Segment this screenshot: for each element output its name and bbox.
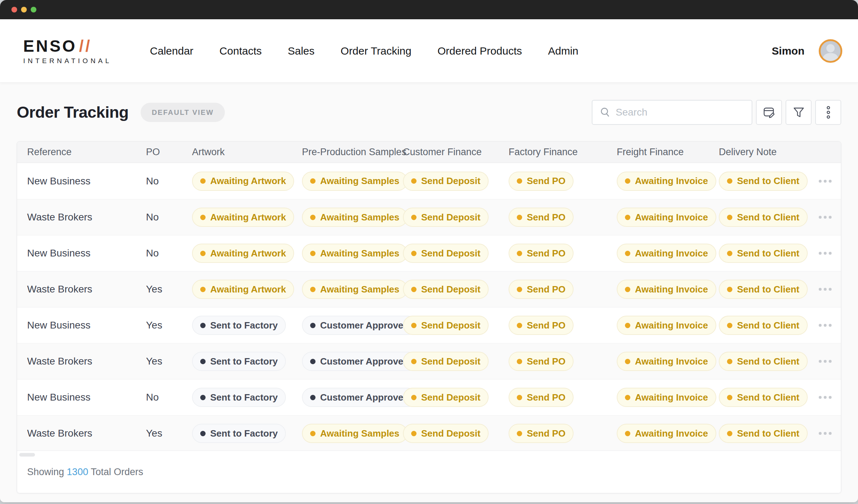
status-badge[interactable]: Customer Approved bbox=[302, 388, 417, 407]
user-name[interactable]: Simon bbox=[772, 45, 804, 57]
nav-item-contacts[interactable]: Contacts bbox=[219, 45, 262, 57]
status-badge[interactable]: Awaiting Invoice bbox=[617, 388, 716, 407]
status-badge[interactable]: Send PO bbox=[509, 280, 574, 299]
status-dot-icon bbox=[625, 359, 630, 364]
status-badge[interactable]: Awaiting Invoice bbox=[617, 208, 716, 227]
zoom-button[interactable] bbox=[31, 7, 36, 12]
status-badge[interactable]: Awaiting Artwork bbox=[192, 280, 294, 299]
status-badge[interactable]: Awaiting Samples bbox=[302, 172, 408, 191]
status-badge[interactable]: Awaiting Samples bbox=[302, 244, 408, 263]
search-input[interactable] bbox=[616, 107, 745, 118]
status-dot-icon bbox=[411, 287, 417, 292]
status-dot-icon bbox=[411, 395, 417, 400]
nav-item-sales[interactable]: Sales bbox=[288, 45, 314, 57]
edit-view-button[interactable] bbox=[756, 100, 782, 125]
row-menu-icon[interactable] bbox=[817, 356, 834, 366]
status-badge[interactable]: Sent to Factory bbox=[192, 352, 286, 371]
status-badge[interactable]: Awaiting Invoice bbox=[617, 280, 716, 299]
po-cell: Yes bbox=[146, 284, 192, 295]
view-selector-badge[interactable]: DEFAULT VIEW bbox=[141, 103, 225, 122]
row-menu-icon[interactable] bbox=[817, 428, 834, 438]
status-badge[interactable]: Send to Client bbox=[719, 244, 808, 263]
status-badge[interactable]: Customer Approved bbox=[302, 316, 417, 335]
status-dot-icon bbox=[625, 178, 630, 184]
status-badge[interactable]: Send to Client bbox=[719, 424, 808, 443]
status-badge[interactable]: Send to Client bbox=[719, 172, 808, 191]
status-badge[interactable]: Send PO bbox=[509, 388, 574, 407]
close-button[interactable] bbox=[11, 7, 17, 12]
status-badge[interactable]: Awaiting Invoice bbox=[617, 244, 716, 263]
status-dot-icon bbox=[200, 287, 206, 292]
status-label: Send to Client bbox=[737, 175, 799, 187]
nav-item-order-tracking[interactable]: Order Tracking bbox=[340, 45, 411, 57]
nav-item-ordered-products[interactable]: Ordered Products bbox=[438, 45, 522, 57]
status-badge[interactable]: Send Deposit bbox=[403, 316, 489, 335]
status-badge[interactable]: Awaiting Invoice bbox=[617, 172, 716, 191]
status-dot-icon bbox=[411, 359, 417, 364]
status-badge[interactable]: Send Deposit bbox=[403, 352, 489, 371]
user-avatar[interactable] bbox=[819, 39, 842, 63]
status-badge[interactable]: Awaiting Artwork bbox=[192, 172, 294, 191]
status-label: Awaiting Samples bbox=[320, 284, 399, 295]
status-label: Send to Client bbox=[737, 356, 799, 367]
nav-item-admin[interactable]: Admin bbox=[548, 45, 578, 57]
status-badge[interactable]: Send to Client bbox=[719, 316, 808, 335]
status-dot-icon bbox=[517, 395, 522, 400]
row-menu-icon[interactable] bbox=[817, 320, 834, 330]
status-dot-icon bbox=[200, 359, 206, 364]
more-options-button[interactable] bbox=[815, 100, 841, 125]
row-actions-cell bbox=[804, 392, 834, 402]
status-badge[interactable]: Send to Client bbox=[719, 208, 808, 227]
horizontal-scrollbar-thumb[interactable] bbox=[19, 453, 35, 457]
status-cell: Send to Client bbox=[719, 388, 804, 407]
status-badge[interactable]: Send PO bbox=[509, 424, 574, 443]
row-menu-icon[interactable] bbox=[817, 392, 834, 402]
user-area: Simon bbox=[772, 39, 842, 63]
status-badge[interactable]: Sent to Factory bbox=[192, 316, 286, 335]
status-badge[interactable]: Send Deposit bbox=[403, 424, 489, 443]
row-menu-icon[interactable] bbox=[817, 284, 834, 294]
status-dot-icon bbox=[200, 323, 206, 328]
status-badge[interactable]: Send PO bbox=[509, 208, 574, 227]
status-badge[interactable]: Send PO bbox=[509, 352, 574, 371]
row-menu-icon[interactable] bbox=[817, 212, 834, 222]
row-actions-cell bbox=[804, 356, 834, 366]
status-badge[interactable]: Sent to Factory bbox=[192, 388, 286, 407]
status-cell: Awaiting Samples bbox=[302, 172, 403, 191]
status-badge[interactable]: Awaiting Artwork bbox=[192, 244, 294, 263]
row-menu-icon[interactable] bbox=[817, 248, 834, 258]
status-badge[interactable]: Awaiting Samples bbox=[302, 280, 408, 299]
status-badge[interactable]: Awaiting Samples bbox=[302, 424, 408, 443]
status-badge[interactable]: Awaiting Invoice bbox=[617, 316, 716, 335]
status-badge[interactable]: Send to Client bbox=[719, 280, 808, 299]
status-badge[interactable]: Sent to Factory bbox=[192, 424, 286, 443]
status-badge[interactable]: Send Deposit bbox=[403, 208, 489, 227]
status-badge[interactable]: Awaiting Samples bbox=[302, 208, 408, 227]
status-badge[interactable]: Awaiting Invoice bbox=[617, 352, 716, 371]
status-dot-icon bbox=[411, 323, 417, 328]
status-label: Awaiting Invoice bbox=[635, 428, 708, 439]
status-badge[interactable]: Send Deposit bbox=[403, 280, 489, 299]
brand-logo[interactable]: ENSO// INTERNATIONAL bbox=[23, 38, 112, 64]
status-badge[interactable]: Customer Approved bbox=[302, 352, 417, 371]
table-row: New Business No Awaiting ArtworkAwaiting… bbox=[17, 235, 841, 271]
row-menu-icon[interactable] bbox=[817, 176, 834, 186]
status-cell: Send Deposit bbox=[403, 352, 509, 371]
status-cell: Send to Client bbox=[719, 280, 804, 299]
status-badge[interactable]: Send Deposit bbox=[403, 244, 489, 263]
status-badge[interactable]: Awaiting Artwork bbox=[192, 208, 294, 227]
status-badge[interactable]: Send PO bbox=[509, 316, 574, 335]
status-dot-icon bbox=[727, 395, 732, 400]
status-badge[interactable]: Send Deposit bbox=[403, 172, 489, 191]
nav-item-calendar[interactable]: Calendar bbox=[150, 45, 193, 57]
status-badge[interactable]: Send PO bbox=[509, 172, 574, 191]
minimize-button[interactable] bbox=[21, 7, 27, 12]
table-row: New Business Yes Sent to FactoryCustomer… bbox=[17, 307, 841, 343]
status-badge[interactable]: Send to Client bbox=[719, 352, 808, 371]
status-badge[interactable]: Awaiting Invoice bbox=[617, 424, 716, 443]
status-cell: Awaiting Invoice bbox=[617, 280, 719, 299]
status-badge[interactable]: Send to Client bbox=[719, 388, 808, 407]
filter-button[interactable] bbox=[786, 100, 812, 125]
status-badge[interactable]: Send PO bbox=[509, 244, 574, 263]
status-badge[interactable]: Send Deposit bbox=[403, 388, 489, 407]
